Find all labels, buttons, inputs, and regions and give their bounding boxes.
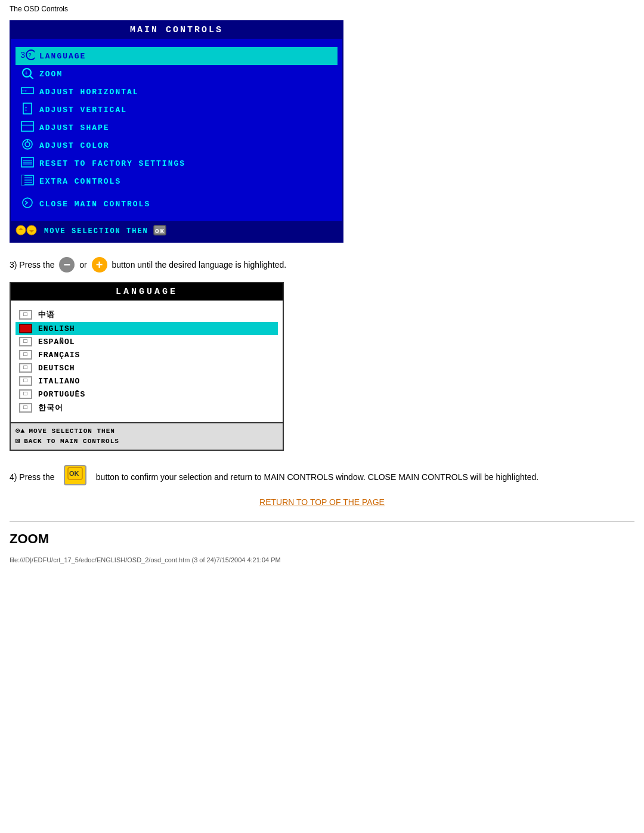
main-controls-language-item[interactable]: 3 ? LANGUAGE xyxy=(16,47,338,65)
main-controls-adj-horiz-item[interactable]: ↔ ADJUST HORIZONTAL xyxy=(16,83,338,101)
lang-french[interactable]: □ FRANÇAIS xyxy=(16,348,278,361)
section-divider xyxy=(10,521,634,522)
adj-vert-label: ADJUST VERTICAL xyxy=(39,106,127,114)
footer-text: MOVE SELECTION THEN xyxy=(44,227,148,236)
svg-text:↔: ↔ xyxy=(22,86,27,95)
adj-color-icon xyxy=(19,138,36,153)
lang-french-icon: □ xyxy=(19,350,32,360)
zoom-icon: + xyxy=(19,67,36,81)
footer-move-text: MOVE SELECTION THEN xyxy=(29,428,114,435)
language-label: LANGUAGE xyxy=(39,52,86,61)
close-label: CLOSE MAIN CONTROLS xyxy=(39,200,150,209)
footer-back-text: BACK TO MAIN CONTROLS xyxy=(24,438,119,445)
minus-button-icon: − xyxy=(59,257,75,272)
lang-italian[interactable]: □ ITALIANO xyxy=(16,374,278,388)
svg-text:OK: OK xyxy=(69,470,79,477)
adj-horiz-label: ADJUST HORIZONTAL xyxy=(39,88,139,97)
lang-chinese[interactable]: □ 中语 xyxy=(16,308,278,322)
footer-move-icon: ⊙▲ xyxy=(16,426,25,435)
lang-english[interactable]: ENGLISH xyxy=(16,322,278,335)
language-body: □ 中语 ENGLISH □ ESPAÑOL □ FRANÇAIS □ DEUT… xyxy=(11,301,283,422)
svg-line-4 xyxy=(30,76,33,79)
adj-shape-label: ADJUST SHAPE xyxy=(39,123,110,132)
lang-german[interactable]: □ DEUTSCH xyxy=(16,361,278,374)
lang-korean[interactable]: □ 한국어 xyxy=(16,401,278,415)
close-icon xyxy=(19,197,36,211)
lang-italian-icon: □ xyxy=(19,376,32,386)
plus-button-icon: + xyxy=(92,257,107,272)
lang-french-label: FRANÇAIS xyxy=(38,351,80,360)
main-controls-adj-color-item[interactable]: ADJUST COLOR xyxy=(16,137,338,154)
adj-horiz-icon: ↔ xyxy=(19,85,36,99)
lang-spanish-label: ESPAÑOL xyxy=(38,337,75,346)
lang-korean-icon: □ xyxy=(19,403,32,413)
instruction-4: 4) Press the OK button to confirm your s… xyxy=(10,465,634,485)
status-bar: file:///D|/EDFU/crt_17_5/edoc/ENGLISH/OS… xyxy=(10,556,634,563)
footer-icons xyxy=(16,224,41,239)
extra-icon xyxy=(19,174,36,188)
language-osd: LANGUAGE □ 中语 ENGLISH □ ESPAÑOL □ FRANÇA… xyxy=(10,282,284,451)
main-controls-close-item[interactable]: CLOSE MAIN CONTROLS xyxy=(16,195,338,213)
lang-portuguese-icon: □ xyxy=(19,389,32,399)
svg-text:3: 3 xyxy=(20,51,26,60)
footer-back-line: ⊠ BACK TO MAIN CONTROLS xyxy=(16,436,278,445)
svg-text:+: + xyxy=(24,70,29,77)
svg-text:OK: OK xyxy=(155,228,165,235)
main-controls-extra-item[interactable]: EXTRA CONTROLS xyxy=(16,172,338,190)
lang-portuguese[interactable]: □ PORTUGUÊS xyxy=(16,388,278,401)
lang-chinese-icon: □ xyxy=(19,310,32,320)
zoom-label: ZOOM xyxy=(39,70,63,79)
language-header: LANGUAGE xyxy=(11,283,283,301)
svg-text:?: ? xyxy=(28,52,32,59)
reset-label: RESET TO FACTORY SETTINGS xyxy=(39,159,185,168)
lang-italian-label: ITALIANO xyxy=(38,377,80,386)
language-icon: 3 ? xyxy=(19,49,36,63)
lang-chinese-label: 中语 xyxy=(38,309,55,320)
ok-icon: OK xyxy=(153,224,166,239)
main-controls-body: 3 ? LANGUAGE + ZOOM xyxy=(11,39,342,221)
lang-german-label: DEUTSCH xyxy=(38,364,75,373)
footer-ok-icon: ⊠ xyxy=(16,436,20,445)
lang-german-icon: □ xyxy=(19,363,32,373)
lang-korean-label: 한국어 xyxy=(38,402,63,413)
svg-point-13 xyxy=(25,142,30,147)
footer-move-line: ⊙▲ MOVE SELECTION THEN xyxy=(16,426,278,435)
main-controls-footer: MOVE SELECTION THEN OK xyxy=(11,221,342,241)
zoom-heading: ZOOM xyxy=(10,531,634,547)
extra-label: EXTRA CONTROLS xyxy=(39,177,121,186)
svg-text:↕: ↕ xyxy=(24,105,29,113)
return-link[interactable]: RETURN TO TOP OF THE PAGE xyxy=(10,497,634,507)
lang-spanish-icon: □ xyxy=(19,337,32,346)
ok-button-icon: OK xyxy=(64,465,86,485)
lang-english-label: ENGLISH xyxy=(38,324,75,333)
main-controls-adj-vert-item[interactable]: ↕ ADJUST VERTICAL xyxy=(16,101,338,119)
svg-rect-10 xyxy=(21,122,33,131)
reset-icon xyxy=(19,156,36,171)
main-controls-header: MAIN CONTROLS xyxy=(11,21,342,39)
main-controls-osd: MAIN CONTROLS 3 ? LANGUAGE + xyxy=(10,20,343,243)
main-controls-zoom-item[interactable]: + ZOOM xyxy=(16,65,338,83)
svg-rect-23 xyxy=(21,175,24,185)
main-controls-reset-item[interactable]: RESET TO FACTORY SETTINGS xyxy=(16,154,338,172)
main-controls-adj-shape-item[interactable]: ADJUST SHAPE xyxy=(16,119,338,137)
instruction-3: 3) Press the − or + button until the des… xyxy=(10,257,634,272)
lang-spanish[interactable]: □ ESPAÑOL xyxy=(16,335,278,348)
lang-english-icon xyxy=(19,324,32,333)
language-footer: ⊙▲ MOVE SELECTION THEN ⊠ BACK TO MAIN CO… xyxy=(11,422,283,450)
adj-shape-icon xyxy=(19,120,36,135)
adj-vert-icon: ↕ xyxy=(19,103,36,117)
page-title: The OSD Controls xyxy=(10,5,634,13)
lang-portuguese-label: PORTUGUÊS xyxy=(38,390,85,399)
adj-color-label: ADJUST COLOR xyxy=(39,141,110,150)
